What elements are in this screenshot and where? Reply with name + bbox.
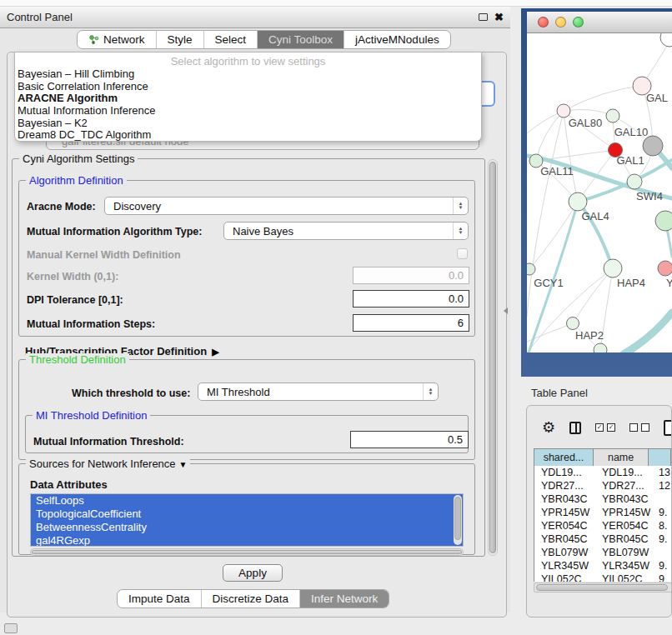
mi-threshold-field[interactable]: [350, 431, 469, 448]
data-attributes-list[interactable]: SelfLoopsTopologicalCoefficientBetweenne…: [30, 493, 464, 547]
collapse-down-icon[interactable]: ▼: [179, 460, 188, 469]
tab-cyni-toolbox[interactable]: Cyni Toolbox: [257, 31, 344, 48]
table-row[interactable]: YBL079WYBL079W: [534, 546, 672, 559]
float-panel-icon[interactable]: [479, 13, 488, 21]
node-label-gal11: GAL11: [540, 165, 574, 178]
tab-jactivemnodules[interactable]: jActiveMNodules: [344, 31, 450, 48]
tab-label: Select: [215, 33, 247, 46]
kernel-width-field[interactable]: [353, 267, 469, 284]
tab-select[interactable]: Select: [203, 31, 258, 48]
table-rows: YDL19...YDL19...13YDR27...YDR27...12YBR0…: [534, 466, 672, 582]
cell-name: YPR145W: [594, 506, 650, 519]
sources-title: Sources for Network Inference▼: [26, 458, 190, 470]
node-label-y: Y: [666, 277, 672, 289]
attribute-item[interactable]: SelfLoops: [31, 494, 463, 508]
close-icon[interactable]: ✖: [494, 12, 504, 22]
attributes-hscrollbar[interactable]: [30, 548, 464, 556]
cell-name: YLR345W: [594, 559, 650, 572]
collapsed-panel-icon[interactable]: [4, 623, 18, 633]
table-row[interactable]: YLR345WYLR345W9.: [534, 559, 672, 572]
table-hscrollbar-thumb[interactable]: [536, 584, 668, 591]
spinner-arrows-icon[interactable]: ▲▼: [423, 383, 438, 400]
algorithm-item[interactable]: Bayesian – Hill Climbing: [15, 68, 481, 81]
network-window[interactable]: GALGAL80GAL10GAL1GAL11SWI4GAL4GCY1HAP4YH…: [521, 8, 672, 377]
spinner-arrows-icon[interactable]: ▲▼: [453, 198, 468, 214]
node-gcy1[interactable]: [527, 263, 535, 275]
attribute-item[interactable]: TopologicalCoefficient: [31, 508, 463, 521]
node-green-right[interactable]: [655, 211, 672, 231]
mi-type-value: Naive Bayes: [233, 225, 293, 238]
mi-type-combo[interactable]: Naive Bayes ▲▼: [223, 222, 469, 240]
columns-icon[interactable]: [569, 422, 581, 434]
algorithm-definition-title: Algorithm Definition: [26, 174, 127, 187]
cell-value: [650, 492, 659, 506]
table-row[interactable]: YER054CYER054C8.: [534, 519, 672, 532]
aracne-mode-combo[interactable]: Discovery ▲▼: [104, 197, 469, 215]
algorithm-item[interactable]: Mutual Information Inference: [15, 105, 481, 118]
column-header[interactable]: [649, 449, 671, 467]
table-row[interactable]: YIL052CYIL052C9: [534, 572, 672, 582]
mi-steps-label: Mutual Information Steps:: [27, 318, 155, 330]
node-hap4[interactable]: [604, 259, 622, 278]
checked-boxes-icon[interactable]: ✓✓: [595, 423, 615, 432]
settings-scrollbar[interactable]: [488, 159, 498, 556]
algorithm-item[interactable]: ARACNE Algorithm: [15, 92, 481, 105]
manual-kernel-checkbox[interactable]: [457, 248, 468, 259]
node-swi4[interactable]: [627, 174, 642, 189]
attributes-hscrollbar-thumb[interactable]: [32, 550, 462, 554]
attributes-scrollbar[interactable]: [454, 495, 462, 545]
algorithm-item[interactable]: Basic Correlation Inference: [15, 81, 481, 93]
table-row[interactable]: YBR043CYBR043C: [534, 492, 672, 506]
tab-impute-data[interactable]: Impute Data: [118, 590, 201, 608]
table-row[interactable]: YBR045CYBR045C9.: [534, 532, 672, 546]
attribute-items: SelfLoopsTopologicalCoefficientBetweenne…: [31, 494, 463, 547]
mi-type-label: Mutual Information Algorithm Type:: [27, 226, 202, 238]
apply-button[interactable]: Apply: [223, 564, 283, 582]
unchecked-boxes-icon[interactable]: [629, 423, 649, 432]
attribute-item[interactable]: gal4RGexp: [31, 534, 463, 547]
node-gal4[interactable]: [569, 192, 587, 211]
network-window-titlebar[interactable]: [527, 12, 672, 33]
zoom-traffic-light-icon[interactable]: [573, 17, 584, 28]
network-graph: GALGAL80GAL10GAL1GAL11SWI4GAL4GCY1HAP4YH…: [527, 33, 672, 352]
column-header[interactable]: name: [593, 449, 648, 467]
node-gray[interactable]: [643, 136, 663, 156]
which-threshold-combo[interactable]: MI Threshold ▲▼: [198, 382, 439, 401]
node[interactable]: [660, 33, 672, 47]
table-row[interactable]: YPR145WYPR145W9.: [534, 506, 672, 519]
spinner-arrows-icon[interactable]: ▲▼: [453, 222, 468, 239]
node-gal80[interactable]: [557, 104, 570, 118]
cell-shared-name: YBR043C: [534, 492, 594, 506]
attribute-item[interactable]: BetweennessCentrality: [31, 521, 463, 534]
algorithm-item[interactable]: Bayesian – K2: [15, 118, 481, 130]
minimize-traffic-light-icon[interactable]: [555, 17, 566, 28]
mi-steps-field[interactable]: [353, 314, 469, 332]
tab-label: Cyni Toolbox: [268, 33, 333, 46]
tab-discretize-data[interactable]: Discretize Data: [201, 590, 300, 608]
node-bottom[interactable]: [594, 343, 607, 352]
kernel-width-label: Kernel Width (0,1):: [27, 271, 118, 282]
table-row[interactable]: YDL19...YDL19...13: [534, 466, 672, 479]
tab-infer-network[interactable]: Infer Network: [299, 590, 389, 608]
attributes-scrollbar-thumb[interactable]: [454, 497, 461, 540]
settings-scrollbar-thumb[interactable]: [489, 162, 496, 553]
algorithm-item[interactable]: Dream8 DC_TDC Algorithm: [15, 129, 481, 142]
aracne-mode-label: Aracne Mode:: [27, 201, 96, 212]
page-icon[interactable]: [664, 420, 672, 436]
splitpane-collapse-icon[interactable]: [504, 308, 508, 314]
node-label-gal1: GAL1: [616, 154, 644, 167]
node-gal10[interactable]: [606, 109, 619, 122]
tab-style[interactable]: Style: [156, 31, 203, 48]
node-salmon[interactable]: [658, 261, 672, 276]
cell-value: 9: [650, 572, 664, 582]
expand-right-icon[interactable]: ▶: [212, 347, 218, 357]
tab-network[interactable]: Network: [78, 31, 156, 48]
gear-icon[interactable]: ⚙: [542, 420, 555, 435]
dpi-tolerance-field[interactable]: [353, 290, 469, 308]
table-row[interactable]: YDR27...YDR27...12: [534, 479, 672, 492]
close-traffic-light-icon[interactable]: [538, 17, 549, 28]
column-header[interactable]: shared...: [534, 449, 594, 467]
node-hap2[interactable]: [567, 318, 579, 330]
table-hscrollbar[interactable]: [534, 582, 672, 592]
network-canvas[interactable]: GALGAL80GAL10GAL1GAL11SWI4GAL4GCY1HAP4YH…: [527, 33, 672, 352]
